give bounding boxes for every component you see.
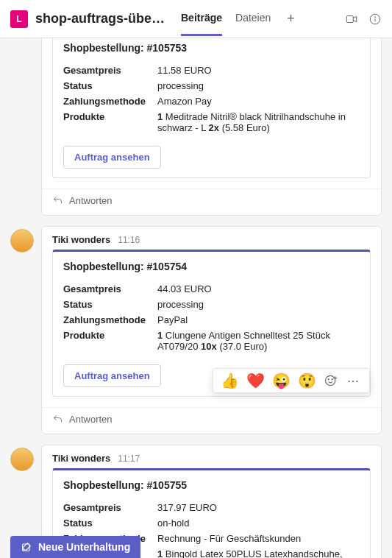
reaction-thumbs-up[interactable]: 👍 [221,373,239,388]
post-author: Tiki wonders [52,234,110,245]
value-gesamtpreis: 317.97 EURO [157,502,360,513]
view-order-button[interactable]: Auftrag ansehen [63,364,161,387]
header-actions [345,13,382,26]
label-zahlungsmethode: Zahlungsmethode [63,314,157,325]
label-produkte: Produkte [63,111,157,122]
reply-button[interactable]: Antworten [42,188,381,215]
value-zahlungsmethode: Amazon Pay [157,96,360,107]
svg-point-4 [326,375,335,385]
post-author: Tiki wonders [52,453,110,464]
value-status: on-hold [157,518,360,529]
reaction-laugh[interactable]: 😜 [272,373,291,388]
meet-icon[interactable] [345,13,358,26]
label-status: Status [63,80,157,91]
post: Tiki wonders 11:16 Shopbestellung: #1057… [10,226,382,434]
value-zahlungsmethode: PayPal [157,314,360,325]
channel-title: shop-auftrags-überp... [35,11,168,27]
value-produkte: 1 Meditrade Nitril® black Nitrilhandschu… [157,111,360,135]
reaction-bar: 👍 ❤️ 😜 😲 ⋯ [213,368,370,393]
value-status: processing [157,80,360,91]
reaction-surprised[interactable]: 😲 [298,373,316,388]
value-status: processing [157,299,360,310]
channel-tabs: Beiträge Dateien + [181,1,298,36]
value-gesamtpreis: 44.03 EURO [157,283,360,294]
reaction-heart[interactable]: ❤️ [246,373,265,388]
svg-point-6 [332,379,332,380]
label-produkte: Produkte [63,330,157,341]
add-tab-button[interactable]: + [284,11,298,27]
new-conversation-button[interactable]: Neue Unterhaltung [10,536,140,558]
label-gesamtpreis: Gesamtpreis [63,502,157,513]
compose-icon [21,541,32,553]
order-title: Shopbestellung: #105753 [63,42,360,54]
avatar[interactable] [10,448,34,471]
new-conversation-label: Neue Unterhaltung [38,541,130,553]
order-title: Shopbestellung: #105755 [63,479,360,491]
avatar[interactable] [10,229,34,252]
reply-label: Antworten [69,414,113,425]
label-gesamtpreis: Gesamtpreis [63,65,157,76]
tab-files[interactable]: Dateien [235,1,271,36]
post-time: 11:17 [118,453,140,464]
post-bubble: Tiki wonders 11:11 Shopbestellung: #1057… [41,38,382,216]
add-reaction-icon[interactable] [324,373,338,388]
post-time: 11:16 [118,235,140,245]
post: Tiki wonders 11:11 Shopbestellung: #1057… [10,38,382,216]
reply-label: Antworten [69,195,113,206]
value-produkte: 1 Clungene Antigen Schnelltest 25 Stück … [157,330,360,353]
label-status: Status [63,518,157,529]
svg-rect-0 [346,15,353,22]
channel-header: L shop-auftrags-überp... Beiträge Dateie… [0,0,392,38]
svg-point-5 [328,379,329,380]
posts-feed: Tiki wonders 11:11 Shopbestellung: #1057… [0,38,392,558]
order-title: Shopbestellung: #105754 [63,261,360,272]
team-avatar[interactable]: L [10,10,28,28]
label-gesamtpreis: Gesamtpreis [63,283,157,294]
post-header: Tiki wonders 11:17 [42,445,381,468]
info-icon[interactable] [368,13,382,26]
value-gesamtpreis: 11.58 EURO [157,65,360,76]
order-card: Shopbestellung: #105753 Gesamtpreis11.58… [52,38,371,178]
post-bubble: Tiki wonders 11:16 Shopbestellung: #1057… [41,226,382,434]
value-produkte: 1 Bingold Latex 50PLUS Latexhandschuhe, … [157,548,360,558]
reply-icon [52,414,63,425]
label-zahlungsmethode: Zahlungsmethode [63,96,157,107]
tab-posts[interactable]: Beiträge [181,1,222,36]
reply-button[interactable]: Antworten [42,407,381,434]
label-status: Status [63,299,157,310]
post-header: Tiki wonders 11:16 [42,227,381,250]
view-order-button[interactable]: Auftrag ansehen [63,146,161,169]
value-zahlungsmethode: Rechnung - Für Geschäftskunden [157,533,360,544]
svg-point-3 [375,16,376,17]
more-actions-button[interactable]: ⋯ [346,374,362,388]
reply-icon [52,195,63,206]
